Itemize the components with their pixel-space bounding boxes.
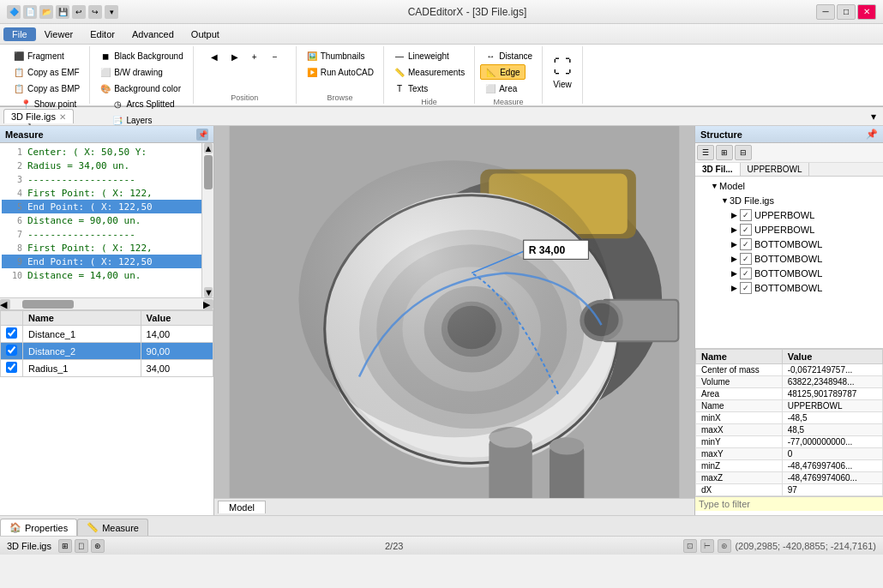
texts-button[interactable]: T Texts [389,81,432,96]
undo-icon[interactable]: ↩ [72,5,86,19]
fragment-button[interactable]: ⬛ Fragment [9,48,69,63]
hscroll-thumb[interactable] [22,300,74,309]
tree-item-bottombowl-1[interactable]: ▶ BOTTOMBOWL [697,237,881,251]
file-tab-close[interactable]: ✕ [59,112,66,122]
svg-text:R 34,00: R 34,00 [529,244,566,256]
copy-bmp-button[interactable]: 📋 Copy as BMP [9,81,84,96]
measure-line-7: 7 ------------------- [2,227,201,241]
tree-check[interactable] [740,209,752,221]
app-icon: 🔷 [7,5,21,19]
status-bar: 3D File.igs ⊞ ⎕ ⊛ 2/23 ⊡ ⊢ ⊛ (209,2985; … [0,536,883,555]
menu-file[interactable]: File [3,27,36,41]
open-icon[interactable]: 📂 [39,5,53,19]
pin-icon[interactable]: 📌 [196,129,208,141]
status-left: 3D File.igs ⊞ ⎕ ⊛ [7,539,105,553]
row2-check[interactable] [6,345,17,356]
redo-icon[interactable]: ↪ [88,5,102,19]
pos-left-button[interactable]: ◀ [205,48,224,65]
prop-row: Volume 63822,2348948... [696,376,883,388]
tree-item-upperbowl-2[interactable]: ▶ UPPERBOWL [697,222,881,237]
row1-check[interactable] [6,327,17,339]
zoom-in-button[interactable]: + [245,48,264,65]
properties-tab[interactable]: 🏠 Properties [0,519,77,536]
menu-bar: File Viewer Editor Advanced Output [0,24,883,45]
new-icon[interactable]: 📄 [23,5,37,19]
status-icons: ⊞ ⎕ ⊛ [58,539,105,553]
structure-pin-icon[interactable]: 📌 [866,129,878,140]
maximize-button[interactable]: □ [837,4,856,20]
structure-tab-3dfile[interactable]: 3D Fil... [695,163,741,176]
tree-item-model[interactable]: ▼ Model [697,178,881,193]
measure-label: Measure [494,98,524,106]
measure-hscrollbar[interactable]: ◀ ▶ [0,297,213,309]
measurements-button[interactable]: 📏 Measurements [389,64,469,80]
filter-input[interactable] [695,496,883,511]
view-button[interactable]: ⛶ View [548,48,577,96]
col-name: Name [23,311,141,326]
svg-point-20 [550,437,584,454]
tree-view[interactable]: ▼ Model ▼ 3D File.igs ▶ UPPERBOWL [695,177,883,348]
row3-check[interactable] [6,362,17,373]
pos-right-button[interactable]: ▶ [225,48,244,65]
ribbon-group-cad-image: ◼ Black Background ⬜ B/W drawing 🎨 Backg… [90,46,194,104]
menu-output[interactable]: Output [183,27,228,41]
svg-rect-17 [489,437,532,507]
bw-drawing-button[interactable]: ⬜ B/W drawing [95,64,167,80]
status-filename: 3D File.igs [7,541,51,551]
zoom-out-button[interactable]: − [266,48,285,65]
tree-item-3dfile[interactable]: ▼ 3D File.igs [697,193,881,207]
col-value: Value [141,311,213,326]
struct-btn-3[interactable]: ⊟ [735,145,752,160]
save-icon[interactable]: 💾 [56,5,69,19]
cad-viewport[interactable]: R 34,00 Model [214,126,694,515]
tree-check[interactable] [740,282,752,294]
black-background-button[interactable]: ◼ Black Background [95,48,188,63]
structure-tab-upperbowl[interactable]: UPPERBOWL [741,163,810,176]
arcs-splitted-button[interactable]: ◷ Arcs Splitted [107,96,178,111]
measure-text-scrollbar[interactable]: ▲ ▼ [201,143,213,297]
tree-item-bottombowl-4[interactable]: ▶ BOTTOMBOWL [697,280,881,295]
overflow-icon[interactable]: ▾ [105,5,118,19]
menu-editor[interactable]: Editor [81,27,123,41]
struct-btn-1[interactable]: ☰ [697,145,714,160]
measure-tab[interactable]: 📏 Measure [77,519,148,536]
title-bar-icons: 🔷 📄 📂 💾 ↩ ↪ ▾ [7,5,118,19]
minimize-button[interactable]: ─ [816,4,835,20]
main-content: Measure 📌 1 Center: ( X: 50,50 Y: 2 Radi… [0,126,883,515]
tree-check[interactable] [740,224,752,236]
tree-check[interactable] [740,267,752,279]
menu-viewer[interactable]: Viewer [36,27,81,41]
distance-button[interactable]: ↔ Distance [480,48,537,63]
measure-panel-header: Measure 📌 [0,126,213,143]
status-icon-2: ⎕ [75,539,88,553]
ribbon-group-view: ⛶ View [543,46,583,104]
tree-item-upperbowl-1[interactable]: ▶ UPPERBOWL [697,207,881,222]
edge-button[interactable]: 📐 Edge [480,64,525,80]
run-autocad-button[interactable]: ▶️ Run AutoCAD [302,64,378,80]
tree-item-bottombowl-2[interactable]: ▶ BOTTOMBOWL [697,251,881,266]
file-tab[interactable]: 3D File.igs ✕ [3,109,74,123]
black-bg-icon: ◼ [99,50,111,62]
struct-btn-2[interactable]: ⊞ [716,145,733,160]
copy-emf-button[interactable]: 📋 Copy as EMF [9,64,84,80]
thumbnails-button[interactable]: 🖼️ Thumbnails [302,48,369,63]
close-button[interactable]: ✕ [857,4,876,20]
area-button[interactable]: ⬜ Area [480,81,521,96]
bottom-tabs: 🏠 Properties 📏 Measure [0,515,883,536]
measure-lines: 1 Center: ( X: 50,50 Y: 2 Radius = 34,00… [0,143,213,284]
tab-overflow-button[interactable]: ▾ [868,109,880,124]
table-row[interactable]: Radius_1 34,00 [1,360,213,377]
tree-item-bottombowl-3[interactable]: ▶ BOTTOMBOWL [697,266,881,280]
lineweight-button[interactable]: — Lineweight [389,48,454,63]
prop-col-name: Name [696,350,783,364]
menu-advanced[interactable]: Advanced [123,27,183,41]
model-tab[interactable]: Model [218,501,266,513]
properties-tab-icon: 🏠 [9,522,21,533]
measurements-icon: 📏 [393,66,405,78]
bg-color-button[interactable]: 🎨 Background color [95,81,185,96]
tree-check[interactable] [740,253,752,265]
status-icon-1: ⊞ [58,539,72,553]
table-row[interactable]: Distance_1 14,00 [1,326,213,343]
table-row[interactable]: Distance_2 90,00 [1,343,213,360]
tree-check[interactable] [740,238,752,250]
